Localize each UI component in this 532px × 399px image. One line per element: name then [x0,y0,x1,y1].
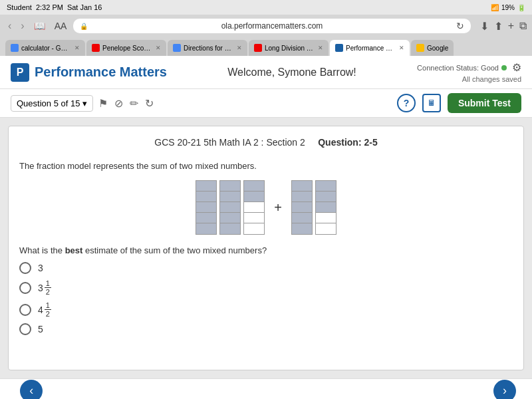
question-label: Question 5 of 15 [17,98,80,108]
fraction-group-2 [291,180,336,235]
radio-b[interactable] [19,282,31,294]
choice-a-label: 3 [38,263,43,273]
test-title: GCS 20-21 5th Math IA 2 : Section 2 [154,137,305,148]
reader-button[interactable]: 📖 [31,19,48,33]
question-text: The fraction model represents the sum of… [19,161,513,171]
previous-button[interactable]: ‹ Previous [16,380,47,400]
tab-calculator[interactable]: calculator - Goo... ✕ [5,40,85,56]
back-button[interactable]: ‹ [5,19,14,33]
status-bar: Student 2:32 PM Sat Jan 16 📶 19% 🔋 [0,0,532,15]
fraction-block-2 [219,180,241,235]
time-display: 2:32 PM [36,3,63,11]
choice-c-label: 4 1 2 [38,301,51,318]
welcome-text: Welcome, Symone Barrow! [227,66,356,78]
tab-directions[interactable]: Directions for O... ✕ [168,40,247,56]
browser-nav-bar: ‹ › 📖 AA 🔒 ola.performancematters.com ↻ … [5,19,527,33]
toolbar-right: ? 🖩 Submit Test [397,93,521,113]
fraction-block-1 [196,180,217,235]
new-tab-button[interactable]: + [508,20,514,32]
app-logo: P Performance Matters [11,63,167,82]
header-right: Connection Status: Good ⚙ All changes sa… [417,61,521,83]
fraction-block-4 [291,180,313,235]
fraction-group-1 [196,180,265,235]
lock-icon: 🔒 [80,23,88,30]
choice-b-label: 3 1 2 [38,279,51,296]
choice-d-label: 5 [38,324,43,334]
choice-d[interactable]: 5 [19,323,513,335]
student-label: Student [7,3,32,11]
choice-a[interactable]: 3 [19,262,513,274]
question-selector[interactable]: Question 5 of 15 ▾ [11,95,93,112]
refresh-icon[interactable]: ↻ [145,97,154,110]
fraction-block-3 [243,180,265,235]
fraction-model: + [19,180,513,235]
browser-chrome: ‹ › 📖 AA 🔒 ola.performancematters.com ↻ … [0,15,532,56]
url-text: ola.performancematters.com [92,21,452,31]
wifi-icon: 📶 [491,4,499,11]
radio-a[interactable] [19,262,31,274]
question-prompt: What is the best estimate of the sum of … [19,245,513,255]
connection-status: Connection Status: Good ⚙ [417,61,521,74]
app-title: Performance Matters [35,65,167,80]
cancel-icon[interactable]: ⊘ [114,97,123,110]
logo-icon: P [11,63,29,82]
download-button[interactable]: ⬇ [480,20,489,33]
flag-icon[interactable]: ⚑ [98,97,108,110]
forward-button[interactable]: › [18,19,27,33]
toolbar-icons: ⚑ ⊘ ✏ ↻ [98,97,154,110]
browser-actions: ⬇ ⬆ + ⧉ [480,20,527,33]
status-dot [501,65,507,70]
question-number: Question: 2-5 [318,137,377,148]
radio-c[interactable] [19,304,31,316]
share-button[interactable]: ⬆ [494,20,503,33]
tab-longdivision[interactable]: Long Division C... ✕ [249,40,329,56]
answer-choices: 3 3 1 2 4 1 [19,262,513,335]
date-display: Sat Jan 16 [67,3,102,11]
reload-button[interactable]: ↻ [456,21,464,31]
browser-tabs: calculator - Goo... ✕ Penelope Scott... … [5,37,527,56]
battery-display: 19% [501,4,515,11]
connection-label: Connection Status: Good [417,64,499,72]
tab-performancematters[interactable]: Performance Ma... ✕ [330,40,410,56]
help-button[interactable]: ? [397,94,416,112]
next-circle: › [493,380,516,400]
main-content: GCS 20-21 5th Math IA 2 : Section 2 Ques… [0,118,532,378]
choice-c[interactable]: 4 1 2 [19,301,513,318]
bottom-nav: ‹ Previous › Next [0,378,532,399]
plus-sign: + [270,200,286,215]
radio-d[interactable] [19,323,31,335]
calculator-button[interactable]: 🖩 [422,94,441,112]
battery-icon: 🔋 [517,4,525,11]
tabs-button[interactable]: ⧉ [519,20,527,32]
choice-b[interactable]: 3 1 2 [19,279,513,296]
settings-icon[interactable]: ⚙ [512,61,521,74]
toolbar: Question 5 of 15 ▾ ⚑ ⊘ ✏ ↻ ? 🖩 Submit Te… [0,89,532,118]
address-bar[interactable]: 🔒 ola.performancematters.com ↻ [73,19,470,33]
submit-test-button[interactable]: Submit Test [448,93,521,113]
previous-circle: ‹ [20,380,43,400]
app-header: P Performance Matters Welcome, Symone Ba… [0,56,532,89]
question-header: GCS 20-21 5th Math IA 2 : Section 2 Ques… [19,137,513,153]
tab-penelope[interactable]: Penelope Scott... ✕ [86,40,166,56]
question-card: GCS 20-21 5th Math IA 2 : Section 2 Ques… [8,126,524,370]
fraction-block-5 [315,180,336,235]
next-button[interactable]: › Next [493,380,516,400]
saved-text: All changes saved [462,75,521,83]
toolbar-left: Question 5 of 15 ▾ ⚑ ⊘ ✏ ↻ [11,95,154,112]
pencil-icon[interactable]: ✏ [130,97,138,110]
tab-google[interactable]: Google [411,40,454,56]
font-button[interactable]: AA [52,19,70,33]
chevron-down-icon: ▾ [82,98,87,108]
